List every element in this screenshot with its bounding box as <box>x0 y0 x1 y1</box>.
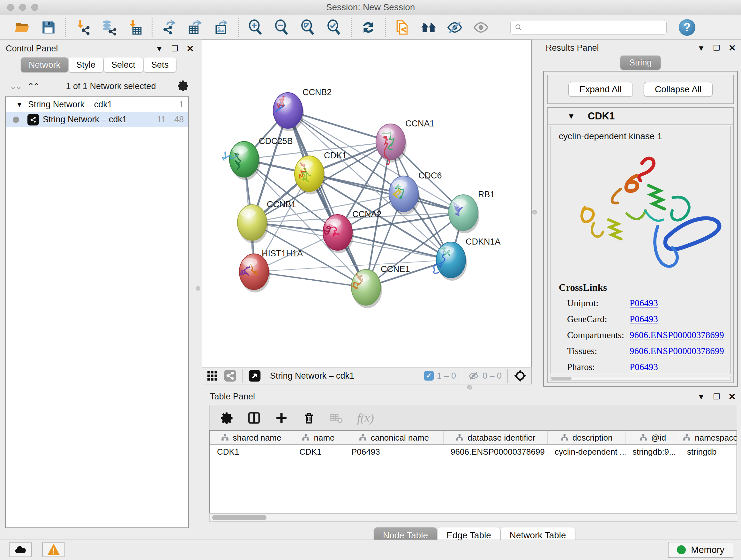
control-panel-title: Control Panel <box>6 44 58 54</box>
zoom-fit-icon[interactable] <box>300 19 316 36</box>
selected-checkbox-icon[interactable]: ✓ <box>424 371 434 381</box>
network-options-gear-icon[interactable] <box>177 79 189 93</box>
center-network-icon[interactable] <box>514 369 527 382</box>
search-box[interactable] <box>510 20 667 35</box>
zoom-selected-icon[interactable] <box>326 19 342 36</box>
column-header--id[interactable]: @id <box>625 431 680 444</box>
network-node-CDKN1A[interactable]: CDKN1A <box>433 237 500 281</box>
birds-eye-view-icon[interactable] <box>248 369 261 382</box>
column-header-description[interactable]: description <box>548 431 625 444</box>
export-image-icon[interactable] <box>213 19 230 36</box>
control-panel-close-icon[interactable]: ✕ <box>187 44 194 54</box>
network-node-CDC6[interactable]: CDC6 <box>389 171 442 214</box>
first-neighbors-icon[interactable] <box>420 19 437 36</box>
horizontal-splitter-handle[interactable] <box>467 385 472 389</box>
warnings-button[interactable] <box>42 543 65 557</box>
crosslink-label: Compartments: <box>567 330 630 340</box>
expand-all-button[interactable]: Expand All <box>568 82 633 97</box>
crosslink-link[interactable]: 9606.ENSP00000378699 <box>630 346 724 356</box>
duplicate-network-icon[interactable] <box>394 19 411 36</box>
table-cell[interactable]: P06493 <box>344 445 444 459</box>
string-network-graph[interactable]: CCNB2CCNA1CDC25BCDK1CDC6RB1CCNB1CCNA2CDK… <box>202 40 531 367</box>
column-header-canonical-name[interactable]: canonical name <box>344 431 444 444</box>
table-cell[interactable]: 9606.ENSP00000378699 <box>444 445 548 459</box>
search-input[interactable] <box>525 22 663 32</box>
network-node-CCNA1[interactable]: CCNA1 <box>376 119 434 165</box>
node-label-RB1: RB1 <box>478 190 495 199</box>
tab-network[interactable]: Network <box>21 57 68 72</box>
tab-select[interactable]: Select <box>104 57 143 72</box>
tree-expand-icon[interactable]: ▼ <box>16 101 23 109</box>
network-canvas[interactable]: CCNB2CCNA1CDC25BCDK1CDC6RB1CCNB1CCNA2CDK… <box>202 40 532 367</box>
column-header-shared-name[interactable]: shared name <box>210 431 292 444</box>
table-panel-close-icon[interactable]: ✕ <box>729 391 736 402</box>
open-session-icon[interactable] <box>14 19 30 36</box>
table-cell[interactable]: CDK1 <box>210 445 292 459</box>
import-database-icon[interactable] <box>100 19 117 36</box>
save-session-icon[interactable] <box>40 19 57 36</box>
table-cell[interactable]: CDK1 <box>292 445 344 459</box>
grid-view-icon[interactable] <box>206 370 218 381</box>
protein-structure-image <box>565 146 725 277</box>
maximize-window-button[interactable] <box>31 4 38 11</box>
gene-collapse-icon[interactable]: ▼ <box>567 112 575 121</box>
table-options-gear-icon[interactable] <box>220 411 233 425</box>
network-view-icon[interactable] <box>224 369 237 382</box>
import-network-icon[interactable] <box>74 19 91 36</box>
network-node-CCNB1[interactable]: CCNB1 <box>238 199 296 243</box>
table-panel-float-icon[interactable]: ❐ <box>713 392 720 401</box>
table-cell[interactable]: stringdb:9... <box>625 445 680 459</box>
results-horizontal-scrollbar[interactable] <box>550 376 731 381</box>
tab-sets[interactable]: Sets <box>144 57 176 72</box>
show-all-icon[interactable] <box>473 19 489 36</box>
show-columns-icon[interactable] <box>247 411 261 425</box>
collapse-all-button[interactable]: Collapse All <box>644 82 713 97</box>
collapse-all-networks-icon[interactable]: ⌄⌄ <box>10 81 21 91</box>
minimize-window-button[interactable] <box>19 4 26 11</box>
node-label-CDC25B: CDC25B <box>259 136 293 146</box>
close-window-button[interactable] <box>7 4 14 11</box>
tab-style[interactable]: Style <box>69 57 103 72</box>
results-panel-float-icon[interactable]: ❐ <box>713 44 720 53</box>
left-splitter-handle[interactable] <box>196 286 200 291</box>
network-collection-row[interactable]: ▼ String Network – cdk1 1 <box>6 97 188 112</box>
crosslink-link[interactable]: P06493 <box>630 362 658 372</box>
export-table-icon[interactable] <box>187 19 204 36</box>
tab-string-results[interactable]: String <box>620 56 661 70</box>
control-panel-float-icon[interactable]: ❐ <box>172 44 179 53</box>
node-table[interactable]: shared namenamecanonical namedatabase id… <box>209 430 737 513</box>
zoom-in-icon[interactable] <box>247 19 264 36</box>
table-horizontal-scrollbar[interactable] <box>209 513 737 522</box>
import-table-icon[interactable] <box>127 19 143 36</box>
network-node-CCNB2[interactable]: CCNB2 <box>273 87 332 131</box>
expand-all-networks-icon[interactable]: ⌃⌃ <box>27 81 39 91</box>
results-panel-menu-icon[interactable]: ▼ <box>697 44 705 53</box>
column-header-database-identifier[interactable]: database identifier <box>444 431 548 444</box>
refresh-icon[interactable] <box>360 19 377 36</box>
crosslink-link[interactable]: 9606.ENSP00000378699 <box>630 330 724 340</box>
help-icon[interactable]: ? <box>679 19 695 36</box>
results-panel-close-icon[interactable]: ✕ <box>729 43 736 53</box>
gene-result-card: ▼ CDK1 cyclin-dependent kinase 1 <box>547 107 734 383</box>
export-network-icon[interactable] <box>161 19 178 36</box>
network-row[interactable]: String Network – cdk1 11 48 <box>6 112 188 127</box>
memory-button[interactable]: Memory <box>668 542 733 558</box>
column-header-namespace[interactable]: namespace <box>680 431 737 444</box>
crosslink-link[interactable]: P06493 <box>630 298 658 308</box>
table-row[interactable]: CDK1CDK1P064939606.ENSP00000378699cyclin… <box>210 445 737 459</box>
table-cell[interactable]: cyclin-dependent ... <box>548 445 625 459</box>
delete-column-icon[interactable] <box>302 411 316 425</box>
crosslink-link[interactable]: P06493 <box>630 314 658 324</box>
add-column-icon[interactable] <box>275 411 288 425</box>
cloud-status-button[interactable] <box>9 543 32 557</box>
network-node-RB1[interactable]: RB1 <box>449 190 495 233</box>
control-panel-menu-icon[interactable]: ▼ <box>155 44 163 53</box>
table-panel-menu-icon[interactable]: ▼ <box>697 392 705 401</box>
column-header-name[interactable]: name <box>292 431 344 444</box>
right-splitter-handle[interactable] <box>532 210 537 214</box>
hide-selected-icon[interactable] <box>447 19 463 36</box>
network-node-CCNE1[interactable]: CCNE1 <box>351 264 410 308</box>
zoom-out-icon[interactable] <box>273 19 290 36</box>
column-type-icon <box>639 434 648 442</box>
table-cell[interactable]: stringdb <box>680 445 737 459</box>
